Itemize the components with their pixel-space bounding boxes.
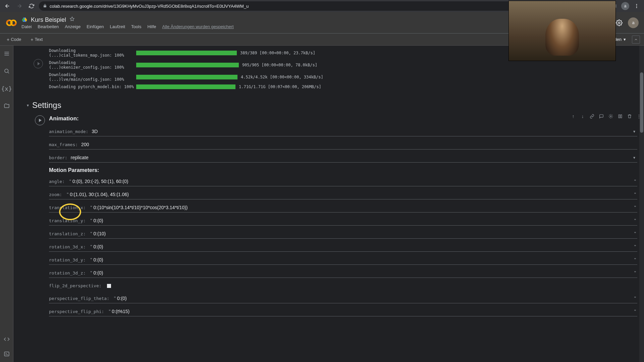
notebook-content[interactable]: Downloading (...)cial_tokens_map.json: 1… (13, 46, 644, 362)
svg-point-6 (636, 6, 637, 7)
scrollbar[interactable] (639, 46, 644, 362)
menu-laufzeit[interactable]: Laufzeit (110, 24, 125, 29)
forward-button[interactable] (15, 1, 24, 11)
comment-icon[interactable] (598, 113, 604, 119)
webcam-overlay (508, 1, 616, 61)
url-bar[interactable]: colab.research.google.com/drive/13G9KHyM… (39, 1, 558, 11)
progress-bar (136, 51, 237, 55)
download-row: Downloading (...)lve/main/config.json: 1… (49, 72, 644, 82)
save-status[interactable]: Alle Änderungen wurden gespeichert (162, 24, 233, 29)
document-title[interactable]: Kurs Beispiel (31, 16, 66, 23)
field-animation-mode[interactable]: animation_mode: 3D ▼ (49, 127, 637, 136)
cell-action-toolbar: ↑ ↓ ⋮ (570, 113, 642, 119)
form-cell: ↑ ↓ ⋮ Animation: animation_mode: 3D ▼ m (32, 113, 644, 326)
search-icon[interactable] (3, 67, 11, 75)
user-avatar[interactable]: a (628, 17, 639, 28)
menu-tools[interactable]: Tools (131, 24, 141, 29)
scrollbar-thumb[interactable] (640, 72, 643, 133)
chevron-down-icon[interactable]: ▼ (633, 130, 636, 133)
star-icon[interactable] (69, 16, 75, 23)
field-translation-z[interactable]: translation_z: " 0:(10) " (49, 229, 637, 239)
add-code-button[interactable]: +Code (4, 36, 24, 44)
field-rotation-3d-x[interactable]: rotation_3d_x: " 0:(0) " (49, 242, 637, 252)
progress-bar (136, 84, 235, 89)
progress-bar (136, 63, 239, 67)
browser-menu-icon[interactable] (632, 1, 641, 11)
reload-button[interactable] (27, 1, 36, 11)
download-row: Downloading pytorch_model.bin: 100% 1.71… (49, 84, 644, 89)
checkbox[interactable] (107, 284, 111, 288)
section-title: Settings (32, 101, 61, 110)
field-rotation-3d-z[interactable]: rotation_3d_z: " 0:(0) " (49, 268, 637, 278)
url-text: colab.research.google.com/drive/13G9KHyM… (50, 4, 249, 9)
drive-icon (21, 17, 28, 23)
browser-avatar[interactable]: a (621, 2, 629, 10)
chevron-down-icon: ▾ (624, 37, 626, 42)
cell-settings-icon[interactable] (608, 113, 614, 119)
field-rotation-3d-y[interactable]: rotation_3d_y: " 0:(0) " (49, 255, 637, 265)
mirror-icon[interactable] (617, 113, 623, 119)
menu-einfuegen[interactable]: Einfügen (87, 24, 104, 29)
title-area: Kurs Beispiel Datei Bearbeiten Anzeige E… (21, 16, 234, 29)
field-border[interactable]: border: replicate ▼ (49, 153, 637, 163)
menu-bar: Datei Bearbeiten Anzeige Einfügen Laufze… (21, 24, 234, 29)
delete-icon[interactable] (627, 113, 633, 119)
field-perspective-flip-phi[interactable]: perspective_flip_phi: " 0:(t%15) " (49, 307, 637, 316)
download-row: Downloading (...)okenizer_config.json: 1… (49, 60, 644, 70)
svg-point-13 (5, 69, 8, 73)
section-header[interactable]: ▼ Settings (13, 95, 644, 113)
run-cell-button[interactable] (34, 59, 43, 68)
code-snippets-icon[interactable] (3, 335, 11, 343)
menu-anzeige[interactable]: Anzeige (65, 24, 80, 29)
field-zoom[interactable]: zoom: " 0:(1.01), 30:(1.04), 45:(1.06) " (49, 190, 637, 199)
svg-point-12 (619, 22, 620, 23)
lock-icon (43, 4, 47, 9)
progress-bar (136, 75, 237, 79)
settings-gear-icon[interactable] (616, 19, 623, 26)
field-angle[interactable]: angle: " 0:(0), 20:(-2), 50:(1), 60:(0) … (49, 177, 637, 186)
toc-icon[interactable] (3, 50, 11, 58)
svg-point-15 (610, 116, 611, 117)
chevron-down-icon[interactable]: ▼ (633, 156, 636, 160)
back-button[interactable] (3, 1, 12, 11)
colab-logo[interactable] (5, 17, 17, 29)
link-icon[interactable] (589, 113, 595, 119)
collapse-toggle[interactable] (632, 36, 640, 44)
svg-point-5 (636, 4, 637, 5)
terminal-icon[interactable] (3, 350, 11, 358)
menu-hilfe[interactable]: Hilfe (147, 24, 156, 29)
svg-rect-17 (621, 115, 622, 118)
left-rail: {x} (0, 46, 13, 362)
cell-toolbar: +Code +Text Verbinden ▾ (0, 34, 644, 46)
menu-bearbeiten[interactable]: Bearbeiten (38, 24, 59, 29)
motion-heading: Motion Parameters: (49, 167, 637, 173)
field-perspective-flip-theta[interactable]: perspective_flip_theta: " 0:(0) " (49, 294, 637, 303)
run-cell-button[interactable] (35, 115, 45, 125)
svg-point-7 (636, 7, 637, 8)
field-flip-2d-perspective[interactable]: flip_2d_perspective: (49, 281, 637, 290)
field-translation-y[interactable]: translation_y: " 0:(0) " (49, 216, 637, 226)
files-icon[interactable] (3, 102, 11, 110)
add-text-button[interactable]: +Text (28, 36, 45, 44)
menu-datei[interactable]: Datei (21, 24, 32, 29)
field-max-frames[interactable]: max_frames: 200 (49, 140, 637, 149)
move-up-icon[interactable]: ↑ (570, 113, 576, 119)
move-down-icon[interactable]: ↓ (580, 113, 586, 119)
field-translation-x[interactable]: translation_x: " 0:(10*sin(10*3.14*t/10)… (49, 203, 637, 213)
svg-rect-16 (619, 115, 620, 118)
chevron-down-icon[interactable]: ▼ (26, 104, 30, 107)
variables-icon[interactable]: {x} (3, 84, 11, 93)
animation-heading: Animation: (49, 115, 637, 122)
